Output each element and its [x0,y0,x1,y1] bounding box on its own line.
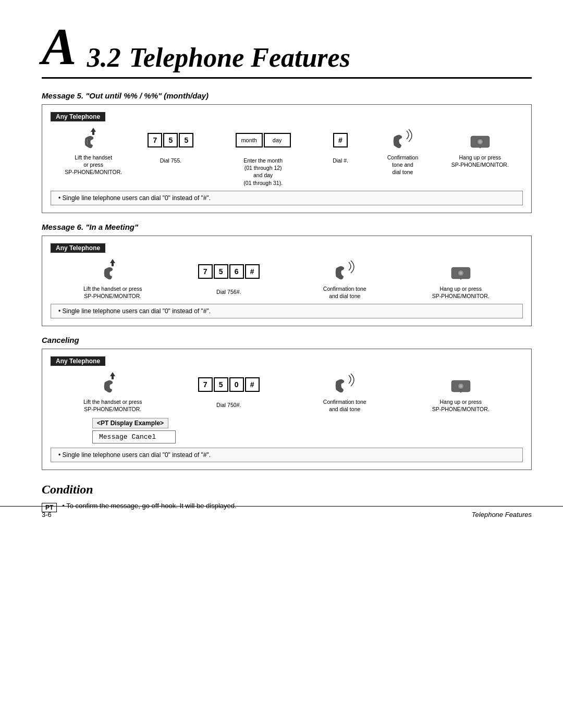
step-lift-msg6: Lift the handset or pressSP-PHONE/MONITO… [56,258,170,300]
key-7: 7 [148,133,162,147]
badge-msg5: Any Telephone [51,112,105,121]
handset-up-icon-canceling [100,371,126,398]
step-dial750-label: Dial 750#. [216,401,241,409]
sp-phone-icon-msg5 [467,127,494,154]
box-msg5: Any Telephone Lift the handsetor pressSP… [42,104,532,213]
svg-point-4 [479,140,482,143]
note-msg5: • Single line telephone users can dial "… [51,191,523,205]
key-hash-msg5: # [333,133,348,147]
key-hash-cancel: # [245,377,260,392]
header-title: Telephone Features [129,42,350,73]
key-6-msg6: 6 [229,264,244,279]
key-5b: 5 [179,133,193,147]
svg-point-9 [459,272,462,275]
step-lift-label-canceling: Lift the handset or pressSP-PHONE/MONITO… [83,398,142,413]
handset-up-icon-msg6 [100,258,126,285]
step-hangup-label-msg5: Hang up or pressSP-PHONE/MONITOR. [451,154,509,168]
phone-ring-icon-msg5 [390,127,415,154]
phone-ring-icon-canceling [332,371,357,398]
diagram-msg6: Lift the handset or pressSP-PHONE/MONITO… [51,258,523,300]
page: A 3.2 Telephone Features Message 5. "Out… [0,0,563,533]
badge-canceling: Any Telephone [51,356,105,366]
note-msg6: • Single line telephone users can dial "… [51,304,523,318]
keys-hash-msg5: # [333,127,348,154]
step-confirm-label-canceling: Confirmation toneand dial tone [323,398,366,413]
step-hangup-msg6: Hang up or pressSP-PHONE/MONITOR. [404,258,518,300]
condition-title: Condition [42,483,532,497]
step-monthday-label: Enter the month(01 through 12)and day(01… [243,157,283,187]
badge-msg6: Any Telephone [51,243,105,253]
handset-up-icon-msg5 [80,127,106,154]
key-month: month [236,133,263,147]
key-hash-msg6: # [245,264,260,279]
diagram-canceling: Lift the handset or pressSP-PHONE/MONITO… [51,371,523,413]
pt-display-area: <PT Display Example> Message Cancel [92,418,523,443]
section-title-msg6: Message 6. "In a Meeting" [42,223,532,231]
step-hangup-msg5: Hang up or pressSP-PHONE/MONITOR. [443,127,518,168]
step-lift-msg5: Lift the handsetor pressSP-PHONE/MONITOR… [56,127,131,176]
key-7-msg6: 7 [198,264,213,279]
page-footer: 3-6 Telephone Features [0,506,563,519]
step-dial755-label: Dial 755. [160,157,181,164]
step-hangup-label-msg6: Hang up or pressSP-PHONE/MONITOR. [432,285,489,300]
step-hangup-label-canceling: Hang up or pressSP-PHONE/MONITOR. [432,398,489,413]
pt-display-label: <PT Display Example> [92,418,168,428]
svg-point-14 [459,385,462,388]
step-dial756-label: Dial 756#. [216,288,241,295]
diagram-msg5: Lift the handsetor pressSP-PHONE/MONITOR… [51,127,523,187]
phone-ring-icon-msg6 [332,258,357,285]
keys-755: 7 5 5 [148,127,193,154]
sp-phone-icon-canceling [447,371,474,398]
step-lift-label-msg6: Lift the handset or pressSP-PHONE/MONITO… [83,285,142,300]
keys-756: 7 5 6 # [198,258,260,285]
box-canceling: Any Telephone Lift the handset or pressS… [42,349,532,470]
svg-marker-0 [91,128,96,135]
step-confirm-label-msg6: Confirmation toneand dial tone [323,285,366,300]
section-title-canceling: Canceling [42,336,532,344]
step-confirm-canceling: Confirmation toneand dial tone [288,371,402,413]
section-title-msg5: Message 5. "Out until %% / %%" (month/da… [42,91,532,100]
step-hangup-canceling: Hang up or pressSP-PHONE/MONITOR. [404,371,518,413]
key-5a: 5 [163,133,178,147]
step-hash-msg5: # Dial #. [318,127,363,164]
header-number: 3.2 [87,42,121,73]
key-7-cancel: 7 [198,377,213,392]
step-lift-canceling: Lift the handset or pressSP-PHONE/MONITO… [56,371,170,413]
keys-750: 7 5 0 # [198,371,260,398]
footer-title: Telephone Features [472,511,532,519]
key-5-msg6: 5 [214,264,228,279]
step-monthday: month day Enter the month(01 through 12)… [211,127,316,187]
step-hash-label-msg5: Dial #. [333,157,348,164]
pt-display-screen: Message Cancel [92,430,176,443]
page-header: A 3.2 Telephone Features [42,21,532,79]
step-confirm-label-msg5: Confirmationtone anddial tone [387,154,419,176]
svg-marker-10 [110,372,115,379]
svg-marker-5 [110,259,115,266]
step-lift-label-msg5: Lift the handsetor pressSP-PHONE/MONITOR… [65,154,122,176]
step-dial750: 7 5 0 # Dial 750#. [172,371,286,409]
footer-page-number: 3-6 [42,511,52,519]
note-canceling: • Single line telephone users can dial "… [51,448,523,462]
key-0-cancel: 0 [229,377,244,392]
step-confirm-msg6: Confirmation toneand dial tone [288,258,402,300]
header-letter: A [42,21,77,73]
step-dial756: 7 5 6 # Dial 756#. [172,258,286,295]
box-msg6: Any Telephone Lift the handset or pressS… [42,236,532,326]
step-dial755: 7 5 5 Dial 755. [133,127,208,164]
keys-monthday: month day [236,127,291,154]
key-5-cancel: 5 [214,377,228,392]
sp-phone-icon-msg6 [447,258,474,285]
step-confirm-msg5: Confirmationtone anddial tone [365,127,440,176]
key-day: day [264,133,291,147]
